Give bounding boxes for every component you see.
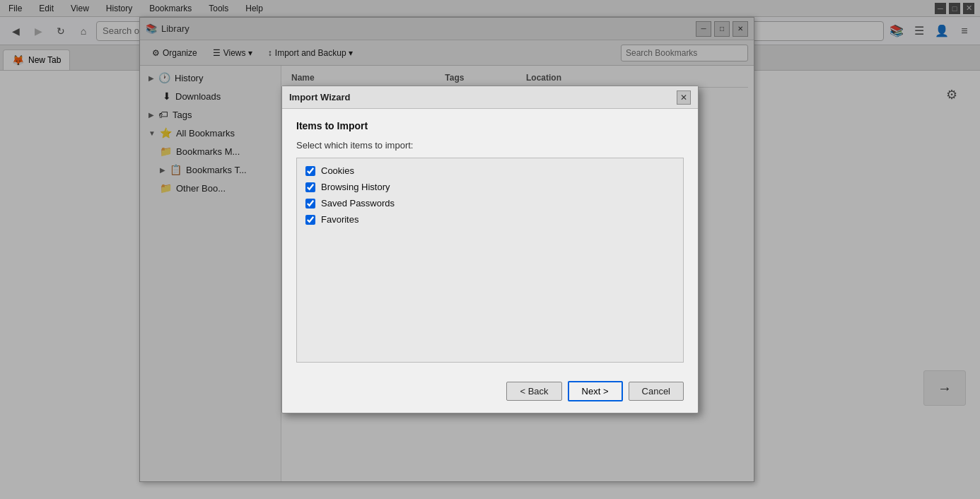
saved-passwords-label: Saved Passwords [321,198,395,209]
cancel-button[interactable]: Cancel [629,382,684,401]
dialog-subtitle: Select which items to import: [296,140,684,151]
favorites-checkbox[interactable] [305,215,315,225]
cookies-label: Cookies [321,165,354,176]
browsing-history-label: Browsing History [321,182,390,192]
browsing-history-checkbox[interactable] [305,182,315,192]
saved-passwords-checkbox[interactable] [305,199,315,209]
browser-frame: File Edit View History Bookmarks Tools H… [0,0,980,499]
browsing-history-item[interactable]: Browsing History [305,180,675,194]
back-button[interactable]: < Back [506,382,561,401]
cookies-item[interactable]: Cookies [305,164,675,177]
favorites-label: Favorites [321,214,358,225]
dialog-titlebar: Import Wizard ✕ [282,86,698,109]
saved-passwords-item[interactable]: Saved Passwords [305,196,675,210]
modal-overlay: Import Wizard ✕ Items to Import Select w… [0,0,980,499]
items-list: Cookies Browsing History Saved Passwords… [296,158,684,363]
section-title: Items to Import [296,120,684,131]
dialog-footer: < Back Next > Cancel [282,374,698,413]
dialog-title-label: Import Wizard [289,92,351,102]
dialog-close-button[interactable]: ✕ [677,90,691,105]
dialog-body: Items to Import Select which items to im… [282,109,698,374]
import-wizard-dialog: Import Wizard ✕ Items to Import Select w… [281,86,699,413]
next-button[interactable]: Next > [568,381,623,401]
favorites-item[interactable]: Favorites [305,213,675,226]
cookies-checkbox[interactable] [305,166,315,176]
